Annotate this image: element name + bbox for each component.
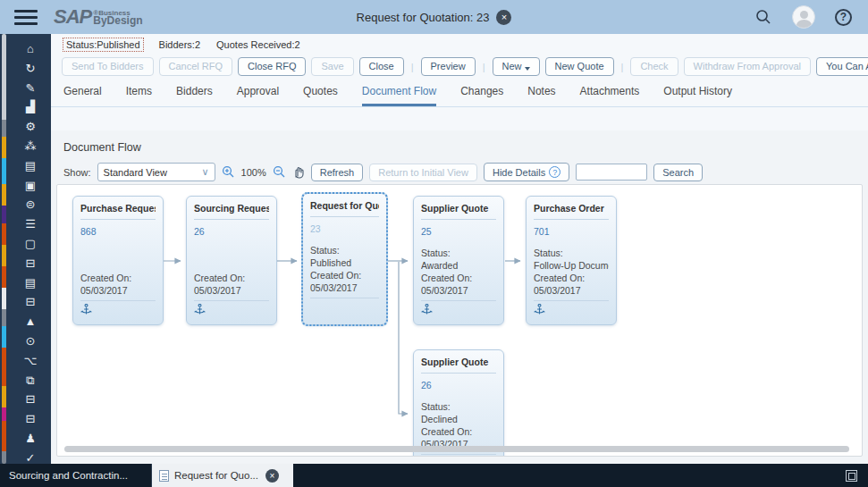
sidebar-item-analytics[interactable]: ▟ xyxy=(11,97,50,117)
sidebar-item-home[interactable]: ⌂ xyxy=(11,39,50,59)
home-icon: ⌂ xyxy=(27,42,34,55)
sidebar-item-feed[interactable]: ↻ xyxy=(11,59,50,79)
node-title: Purchase Order xyxy=(534,203,609,220)
sidebar-item-worklist[interactable]: ☰ xyxy=(11,214,50,234)
status-value: Awarded xyxy=(421,259,496,272)
bottom-taskbar: Sourcing and Contractin... Request for Q… xyxy=(0,464,868,487)
sidebar-item-business-partners[interactable]: ✎ xyxy=(11,79,50,98)
anchor-icon[interactable] xyxy=(421,304,433,315)
created-on-label: Created On: xyxy=(421,272,496,284)
sidebar-item-ledger[interactable]: ▢ xyxy=(11,234,50,254)
anchor-icon[interactable] xyxy=(194,304,206,315)
flow-node-request-for-quotation[interactable]: Request for Quotation 23 Status: Publish… xyxy=(302,193,387,325)
withdraw-from-approval-button[interactable]: Withdraw From Approval xyxy=(684,57,811,76)
sidebar-item-customer-invoicing[interactable]: ▤ xyxy=(11,156,50,176)
sidebar-item-third-party-logistics[interactable]: ⊟ xyxy=(11,409,50,429)
help-icon[interactable]: ? xyxy=(835,9,852,26)
return-to-initial-view-button[interactable]: Return to Initial View xyxy=(369,164,477,181)
document-flow-canvas[interactable]: Purchase Request 868 Created On: 05/03/2… xyxy=(56,184,863,457)
ledger-document-icon: ▢ xyxy=(25,237,36,250)
status-label: Status: xyxy=(534,247,609,259)
anchor-icon[interactable] xyxy=(80,304,92,315)
payment-document-icon: ▤ xyxy=(25,276,36,290)
tab-quotes[interactable]: Quotes xyxy=(303,85,338,106)
person-check-icon: ✓ xyxy=(26,451,36,464)
search-icon[interactable] xyxy=(754,8,772,26)
sidebar-item-document-stack[interactable]: ⧉ xyxy=(11,371,50,390)
close-tab-icon[interactable]: × xyxy=(265,469,279,483)
node-id-link[interactable]: 26 xyxy=(194,220,269,242)
flow-node-purchase-order[interactable]: Purchase Order 701 Status: Follow-Up Doc… xyxy=(526,196,617,325)
anchor-icon[interactable] xyxy=(534,304,545,315)
node-id-link[interactable]: 868 xyxy=(80,220,156,242)
sidebar-item-travel[interactable]: ⊜ xyxy=(11,195,50,214)
new-quote-button[interactable]: New Quote xyxy=(545,57,614,76)
created-on-value: 05/03/2017 xyxy=(421,284,496,297)
flow-node-purchase-request[interactable]: Purchase Request 868 Created On: 05/03/2… xyxy=(72,196,164,325)
you-can-also-button[interactable]: You Can Also xyxy=(816,57,868,76)
sidebar-item-org-management[interactable]: ▲ xyxy=(11,312,50,332)
sidebar-item-payables[interactable]: ▤ xyxy=(11,273,50,293)
tab-general[interactable]: General xyxy=(63,85,102,106)
sidebar-item-candidate-search[interactable]: ⊙ xyxy=(11,332,50,351)
tab-approval[interactable]: Approval xyxy=(237,85,279,106)
tab-items[interactable]: Items xyxy=(126,85,152,106)
preview-button[interactable]: Preview xyxy=(421,57,476,76)
created-on-value: 05/03/2017 xyxy=(534,284,609,297)
flow-search-input[interactable] xyxy=(576,164,647,181)
feed-icon: ↻ xyxy=(26,62,36,75)
zoom-out-icon[interactable] xyxy=(273,165,286,179)
new-button[interactable]: New xyxy=(493,57,540,76)
refresh-button[interactable]: Refresh xyxy=(311,164,364,181)
sidebar-item-marketing[interactable]: ⁂ xyxy=(11,137,50,156)
tab-attachments[interactable]: Attachments xyxy=(580,85,640,106)
sidebar-item-inbound-logistics[interactable]: ⊟ xyxy=(11,292,50,312)
sidebar-scroll-indicator[interactable] xyxy=(2,34,6,464)
sap-bydesign-logo: SAP ®Business ByDesign xyxy=(54,7,143,27)
node-id-link[interactable]: 701 xyxy=(534,220,609,242)
sidebar-item-outbound-logistics[interactable]: ⊟ xyxy=(11,254,50,273)
sidebar-item-approvals[interactable]: ✓ xyxy=(11,449,50,464)
sidebar-item-org-structure[interactable]: ⌥ xyxy=(11,351,50,371)
tab-notes[interactable]: Notes xyxy=(527,85,555,106)
node-title: Supplier Quote xyxy=(421,357,496,374)
node-id-link[interactable]: 25 xyxy=(421,220,496,242)
user-avatar[interactable] xyxy=(792,5,815,29)
node-title: Supplier Quote xyxy=(421,203,496,220)
hide-details-button[interactable]: Hide Details ? xyxy=(484,163,569,181)
tab-output-history[interactable]: Output History xyxy=(663,85,732,106)
pan-hand-icon[interactable] xyxy=(292,165,305,179)
tab-document-flow[interactable]: Document Flow xyxy=(362,85,436,106)
created-on-value: 05/03/2017 xyxy=(80,284,156,297)
horizontal-scrollbar[interactable] xyxy=(64,446,849,452)
list-icon: ☰ xyxy=(25,217,36,231)
close-rfq-button[interactable]: Close RFQ xyxy=(238,57,306,76)
tab-changes[interactable]: Changes xyxy=(460,85,503,106)
check-button[interactable]: Check xyxy=(630,57,678,76)
tab-bidders[interactable]: Bidders xyxy=(176,85,213,106)
status-value: Declined xyxy=(421,413,496,425)
close-button[interactable]: Close xyxy=(359,57,404,76)
sidebar-item-resource-management[interactable]: ♟ xyxy=(11,429,50,449)
hamburger-menu-icon[interactable] xyxy=(14,10,38,25)
window-restore-icon[interactable] xyxy=(846,470,857,482)
sidebar-item-settings[interactable]: ⚙ xyxy=(11,117,50,137)
taskbar-tab-sourcing-and-contracting[interactable]: Sourcing and Contractin... xyxy=(0,464,152,487)
node-id-link[interactable]: 26 xyxy=(421,374,496,396)
flow-node-supplier-quote-25[interactable]: Supplier Quote 25 Status: Awarded Create… xyxy=(413,196,504,325)
flow-node-supplier-quote-26[interactable]: Supplier Quote 26 Status: Declined Creat… xyxy=(413,349,504,457)
save-button[interactable]: Save xyxy=(311,57,353,76)
vehicle-icon: ⊜ xyxy=(26,197,36,211)
toolbar-separator: | xyxy=(409,62,416,72)
sidebar-item-supply-planning[interactable]: ⊟ xyxy=(11,390,50,409)
cancel-rfq-button[interactable]: Cancel RFQ xyxy=(159,57,233,76)
search-button[interactable]: Search xyxy=(653,164,703,181)
zoom-in-icon[interactable] xyxy=(222,165,235,179)
quotes-received-count: Quotes Received:2 xyxy=(216,39,300,50)
view-select[interactable]: Standard View ∨ xyxy=(97,163,215,181)
flow-node-sourcing-request[interactable]: Sourcing Request 26 Created On: 05/03/20… xyxy=(186,196,277,325)
send-to-bidders-button[interactable]: Send To Bidders xyxy=(62,57,154,76)
close-document-icon[interactable]: × xyxy=(496,10,511,25)
taskbar-tab-request-for-quotation[interactable]: Request for Quo... × xyxy=(152,464,293,487)
sidebar-item-personnel-file[interactable]: ▣ xyxy=(11,176,50,196)
